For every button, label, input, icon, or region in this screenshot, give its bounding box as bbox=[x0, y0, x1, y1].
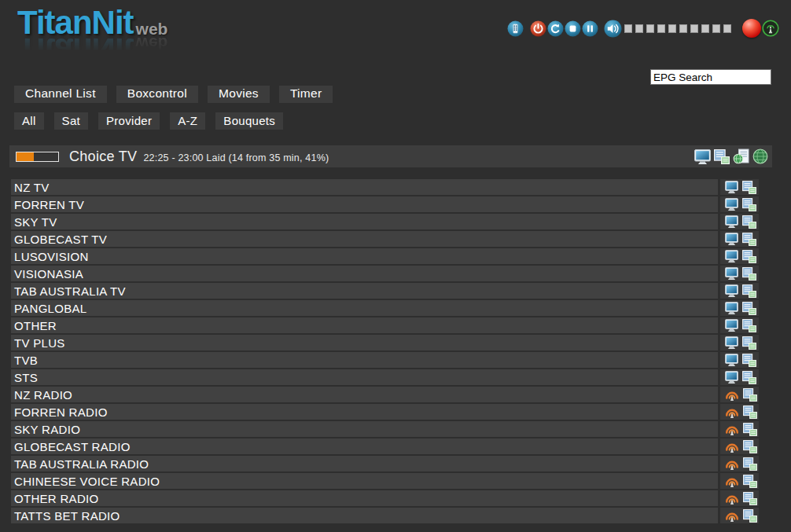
channel-row[interactable]: NZ TV bbox=[11, 179, 759, 195]
channel-row[interactable]: SKY RADIO bbox=[11, 421, 759, 437]
channel-row[interactable]: LUSOVISION bbox=[11, 248, 759, 264]
channel-name[interactable]: SKY RADIO bbox=[11, 421, 718, 437]
pause-button[interactable] bbox=[582, 20, 598, 37]
channel-name[interactable]: SKY TV bbox=[11, 214, 718, 229]
channel-name[interactable]: VISIONASIA bbox=[11, 266, 718, 281]
signal-button[interactable] bbox=[762, 20, 779, 37]
radio-broadcast-icon[interactable] bbox=[725, 492, 739, 504]
channel-row[interactable]: TVB bbox=[11, 352, 759, 368]
channel-row[interactable]: OTHER RADIO bbox=[11, 490, 759, 506]
filter-az[interactable]: A-Z bbox=[170, 112, 205, 130]
channel-name[interactable]: TVB bbox=[11, 352, 718, 368]
epg-pages-icon[interactable] bbox=[743, 405, 757, 419]
channel-row[interactable]: GLOBECAST RADIO bbox=[11, 438, 759, 454]
epg-pages-icon[interactable] bbox=[743, 475, 757, 488]
restart-button[interactable] bbox=[547, 20, 564, 37]
channel-name[interactable]: NZ TV bbox=[11, 179, 718, 195]
radio-broadcast-icon[interactable] bbox=[725, 440, 739, 453]
channel-row[interactable]: VISIONASIA bbox=[11, 266, 759, 281]
filter-provider[interactable]: Provider bbox=[98, 112, 160, 130]
tab-movies[interactable]: Movies bbox=[208, 86, 270, 103]
radio-broadcast-icon[interactable] bbox=[725, 457, 739, 470]
volume-segment[interactable] bbox=[635, 24, 643, 33]
volume-segment[interactable] bbox=[646, 24, 654, 33]
channel-name[interactable]: GLOBECAST RADIO bbox=[11, 438, 718, 454]
tv-monitor-icon[interactable] bbox=[725, 319, 738, 332]
channel-row[interactable]: NZ RADIO bbox=[11, 387, 759, 402]
epg-pages-icon[interactable] bbox=[742, 267, 756, 281]
volume-segment[interactable] bbox=[624, 24, 632, 33]
stream-monitor-button[interactable] bbox=[694, 149, 711, 164]
channel-name[interactable]: CHINEESE VOICE RADIO bbox=[11, 473, 718, 489]
filter-sat[interactable]: Sat bbox=[54, 112, 88, 130]
channel-row[interactable]: TATTS BET RADIO bbox=[11, 508, 759, 523]
channel-row[interactable]: STS bbox=[11, 369, 759, 385]
epg-pages-icon[interactable] bbox=[742, 198, 756, 211]
channel-row[interactable]: GLOBECAST TV bbox=[11, 231, 759, 247]
channel-row[interactable]: FORREN TV bbox=[11, 196, 759, 212]
remote-button[interactable] bbox=[507, 20, 524, 37]
channel-name[interactable]: TAB AUSTRALIA RADIO bbox=[11, 456, 718, 471]
channel-row[interactable]: TAB AUSTRALIA RADIO bbox=[11, 456, 759, 471]
tv-monitor-icon[interactable] bbox=[725, 233, 738, 245]
tv-monitor-icon[interactable] bbox=[725, 336, 738, 349]
volume-button[interactable] bbox=[604, 20, 622, 38]
epg-pages-icon[interactable] bbox=[742, 181, 756, 194]
filter-all[interactable]: All bbox=[14, 112, 44, 130]
tv-monitor-icon[interactable] bbox=[725, 250, 738, 262]
volume-segment[interactable] bbox=[723, 24, 731, 33]
volume-segment[interactable] bbox=[668, 24, 676, 33]
epg-pages-icon[interactable] bbox=[742, 371, 756, 384]
epg-pages-icon[interactable] bbox=[743, 457, 757, 471]
tv-monitor-icon[interactable] bbox=[725, 215, 738, 228]
globe-button[interactable] bbox=[752, 149, 768, 164]
channel-row[interactable]: FORREN RADIO bbox=[11, 404, 759, 420]
radio-broadcast-icon[interactable] bbox=[725, 423, 739, 435]
radio-broadcast-icon[interactable] bbox=[725, 475, 739, 487]
channel-name[interactable]: OTHER RADIO bbox=[11, 490, 718, 506]
channel-name[interactable]: PANGLOBAL bbox=[11, 300, 718, 316]
epg-pages-icon[interactable] bbox=[743, 440, 757, 453]
channel-name[interactable]: LUSOVISION bbox=[11, 248, 718, 264]
channel-name[interactable]: TATTS BET RADIO bbox=[11, 508, 718, 523]
channel-name[interactable]: OTHER bbox=[11, 317, 718, 333]
epg-pages-icon[interactable] bbox=[743, 388, 757, 402]
epg-pages-button[interactable] bbox=[714, 149, 730, 164]
epg-pages-icon[interactable] bbox=[742, 336, 756, 350]
tv-monitor-icon[interactable] bbox=[725, 354, 738, 366]
channel-name[interactable]: STS bbox=[11, 369, 718, 385]
volume-segment[interactable] bbox=[657, 24, 665, 33]
epg-pages-icon[interactable] bbox=[743, 423, 757, 436]
tab-timer[interactable]: Timer bbox=[279, 86, 333, 103]
channel-name[interactable]: NZ RADIO bbox=[11, 387, 718, 402]
epg-pages-icon[interactable] bbox=[742, 250, 756, 263]
epg-pages-icon[interactable] bbox=[743, 492, 757, 505]
channel-name[interactable]: TAB AUSTRALIA TV bbox=[11, 283, 718, 299]
channel-row[interactable]: SKY TV bbox=[11, 214, 759, 229]
epg-pages-icon[interactable] bbox=[742, 319, 756, 332]
tv-monitor-icon[interactable] bbox=[725, 302, 738, 314]
channel-row[interactable]: PANGLOBAL bbox=[11, 300, 759, 316]
channel-row[interactable]: TV PLUS bbox=[11, 335, 759, 350]
tv-monitor-icon[interactable] bbox=[725, 198, 738, 211]
channel-name[interactable]: FORREN TV bbox=[11, 196, 718, 212]
channel-row[interactable]: OTHER bbox=[11, 317, 759, 333]
epg-pages-icon[interactable] bbox=[742, 284, 756, 298]
volume-level[interactable] bbox=[624, 24, 734, 33]
channel-row[interactable]: TAB AUSTRALIA TV bbox=[11, 283, 759, 299]
tv-monitor-icon[interactable] bbox=[725, 371, 738, 383]
channel-name[interactable]: GLOBECAST TV bbox=[11, 231, 718, 247]
epg-pages-icon[interactable] bbox=[742, 354, 756, 367]
power-button[interactable] bbox=[530, 20, 546, 37]
tv-monitor-icon[interactable] bbox=[725, 284, 738, 297]
volume-segment[interactable] bbox=[712, 24, 720, 33]
tv-monitor-icon[interactable] bbox=[725, 181, 738, 193]
epg-pages-icon[interactable] bbox=[742, 233, 756, 246]
radio-broadcast-icon[interactable] bbox=[725, 405, 739, 418]
filter-bouquets[interactable]: Bouquets bbox=[215, 112, 283, 130]
tab-channel-list[interactable]: Channel List bbox=[14, 86, 107, 103]
channel-row[interactable]: CHINEESE VOICE RADIO bbox=[11, 473, 759, 489]
channel-name[interactable]: FORREN RADIO bbox=[11, 404, 718, 420]
document-globe-button[interactable] bbox=[733, 149, 749, 164]
tab-boxcontrol[interactable]: Boxcontrol bbox=[116, 86, 198, 103]
